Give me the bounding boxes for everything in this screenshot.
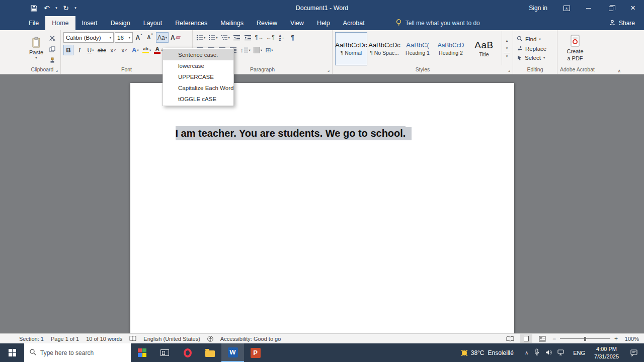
- language-badge[interactable]: ENG: [569, 343, 589, 362]
- network-icon[interactable]: [557, 348, 564, 357]
- format-painter-icon[interactable]: [47, 55, 58, 65]
- menu-item-sentence-case[interactable]: Sentence case.: [163, 49, 233, 60]
- create-pdf-button[interactable]: Create a PDF: [560, 31, 590, 65]
- accessibility-icon[interactable]: [207, 336, 213, 342]
- styles-scroll-up-button[interactable]: ▴: [504, 38, 510, 44]
- menu-item-toggle-case[interactable]: tOGGLE cASE: [163, 94, 233, 105]
- document-page[interactable]: I am teacher. You are students. We go to…: [130, 83, 514, 333]
- start-button[interactable]: [0, 343, 24, 362]
- zoom-slider[interactable]: [560, 336, 610, 341]
- tab-mailings[interactable]: Mailings: [214, 16, 250, 30]
- clear-formatting-button[interactable]: A: [170, 32, 181, 43]
- increase-indent-button[interactable]: [243, 32, 253, 43]
- decrease-font-size-button[interactable]: A▾: [145, 32, 155, 43]
- selected-text[interactable]: I am teacher. You are students. We go to…: [176, 126, 406, 140]
- read-mode-icon[interactable]: [504, 334, 516, 343]
- cut-icon[interactable]: [47, 33, 58, 43]
- menu-item-capitalize-each-word[interactable]: Capitalize Each Word: [163, 82, 233, 94]
- bold-button[interactable]: B: [63, 45, 73, 55]
- zoom-out-button[interactable]: −: [552, 335, 556, 342]
- minimize-button[interactable]: [578, 0, 600, 16]
- tab-file[interactable]: File: [22, 16, 45, 30]
- web-layout-icon[interactable]: [536, 334, 548, 343]
- language-indicator[interactable]: English (United States): [143, 336, 200, 342]
- show-paragraph-marks-button[interactable]: ¶: [288, 32, 298, 43]
- zoom-slider-thumb[interactable]: [584, 337, 586, 341]
- tab-insert[interactable]: Insert: [75, 16, 104, 30]
- tab-layout[interactable]: Layout: [137, 16, 169, 30]
- style-normal[interactable]: AaBbCcDc ¶ Normal: [335, 32, 367, 65]
- change-case-button[interactable]: Aa▾: [156, 32, 169, 43]
- ribbon-display-options-icon[interactable]: ∧: [555, 0, 578, 16]
- text-effects-button[interactable]: A▾: [130, 45, 140, 55]
- style-no-spacing[interactable]: AaBbCcDc ¶ No Spac...: [368, 32, 400, 65]
- tab-view[interactable]: View: [284, 16, 310, 30]
- word-taskbar-icon[interactable]: W: [221, 343, 244, 362]
- section-indicator[interactable]: Section: 1: [19, 336, 44, 342]
- redo-icon[interactable]: ↻: [59, 0, 72, 16]
- show-hidden-icons-chevron[interactable]: ∧: [525, 350, 528, 355]
- tab-home[interactable]: Home: [45, 16, 75, 30]
- search-input[interactable]: [40, 349, 116, 356]
- colorful-app-icon[interactable]: [131, 343, 153, 362]
- opera-icon[interactable]: [176, 343, 199, 362]
- weather-widget[interactable]: 38°C Ensoleillé: [455, 343, 520, 362]
- bullets-button[interactable]: ▾: [195, 32, 206, 43]
- strikethrough-button[interactable]: abc: [97, 45, 107, 55]
- paste-button[interactable]: Paste ▾: [27, 31, 46, 65]
- microphone-icon[interactable]: [534, 348, 540, 357]
- clipboard-dialog-launcher-icon[interactable]: ⌟: [56, 68, 58, 72]
- style-title[interactable]: AaB Title: [468, 32, 500, 65]
- left-to-right-direction-button[interactable]: ¶→: [254, 32, 264, 43]
- powerpoint-taskbar-icon[interactable]: P: [244, 343, 267, 362]
- undo-icon[interactable]: ↶: [40, 0, 53, 16]
- zoom-level[interactable]: 100%: [622, 336, 639, 342]
- tab-design[interactable]: Design: [104, 16, 137, 30]
- sign-in-button[interactable]: Sign in: [521, 0, 555, 16]
- menu-item-lowercase[interactable]: lowercase: [163, 60, 233, 71]
- multilevel-list-button[interactable]: ▾: [220, 32, 231, 43]
- borders-button[interactable]: ⊞▾: [264, 45, 274, 55]
- font-name-select[interactable]: Calibri (Body) ▾: [63, 32, 114, 43]
- zoom-in-button[interactable]: +: [614, 335, 618, 342]
- line-spacing-button[interactable]: ↕▾: [239, 45, 252, 55]
- styles-dialog-launcher-icon[interactable]: ⌟: [508, 68, 510, 72]
- tab-help[interactable]: Help: [310, 16, 337, 30]
- share-button[interactable]: Share: [609, 16, 635, 30]
- styles-scroll-down-button[interactable]: ▾: [504, 45, 510, 52]
- increase-font-size-button[interactable]: A▴: [134, 32, 144, 43]
- style-heading-1[interactable]: AaBbC( Heading 1: [401, 32, 434, 65]
- shading-button[interactable]: ▾: [253, 45, 263, 55]
- paragraph-dialog-launcher-icon[interactable]: ⌟: [328, 68, 330, 72]
- undo-dropdown-chevron-icon[interactable]: ▾: [53, 0, 59, 16]
- subscript-button[interactable]: x2: [108, 45, 118, 55]
- tell-me-search[interactable]: Tell me what you want to do: [395, 16, 480, 30]
- sort-button[interactable]: AZ↓: [277, 32, 287, 43]
- style-heading-2[interactable]: AaBbCcD Heading 2: [435, 32, 467, 65]
- accessibility-status[interactable]: Accessibility: Good to go: [220, 336, 281, 342]
- underline-button[interactable]: U▾: [86, 45, 96, 55]
- word-count[interactable]: 10 of 10 words: [86, 336, 122, 342]
- font-size-select[interactable]: 16 ▾: [115, 32, 133, 43]
- tab-acrobat[interactable]: Acrobat: [337, 16, 371, 30]
- save-icon[interactable]: [27, 0, 40, 16]
- task-view-icon[interactable]: [153, 343, 176, 362]
- taskbar-search-box[interactable]: [24, 343, 131, 362]
- action-center-icon[interactable]: [624, 343, 644, 362]
- select-button[interactable]: Select ▾: [517, 55, 546, 61]
- restore-button[interactable]: [600, 0, 622, 16]
- collapse-ribbon-icon[interactable]: ∧: [617, 68, 621, 73]
- page-indicator[interactable]: Page 1 of 1: [51, 336, 79, 342]
- menu-item-uppercase[interactable]: UPPERCASE: [163, 71, 233, 82]
- highlight-color-button[interactable]: ab▾: [141, 45, 152, 55]
- proofing-icon[interactable]: [129, 336, 136, 341]
- find-button[interactable]: Find ▾: [517, 36, 546, 43]
- print-layout-icon[interactable]: [520, 334, 532, 343]
- clock[interactable]: 4:00 PM 7/31/2025: [589, 343, 624, 362]
- superscript-button[interactable]: x2: [119, 45, 129, 55]
- styles-more-button[interactable]: ▾: [504, 53, 510, 59]
- speaker-icon[interactable]: [545, 348, 552, 357]
- numbering-button[interactable]: ▾: [207, 32, 218, 43]
- close-button[interactable]: ×: [622, 0, 644, 16]
- italic-button[interactable]: I: [74, 45, 85, 55]
